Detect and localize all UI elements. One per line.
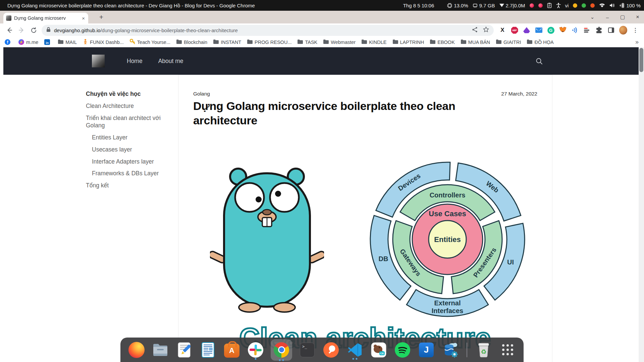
forward-button[interactable] — [16, 25, 26, 35]
bookmark-facebook[interactable]: f — [5, 39, 12, 45]
bookmark-folder[interactable]: Webmaster — [323, 40, 356, 45]
bookmark-folder[interactable]: KINDLE — [362, 40, 386, 45]
site-logo[interactable] — [92, 55, 105, 67]
bookmark-folder[interactable]: Blockchain — [176, 40, 207, 45]
trash-icon: ♻ — [477, 342, 491, 358]
url-domain: devgiangho.github.io — [54, 27, 100, 33]
dock-item-ubuntu-software[interactable]: A — [223, 341, 240, 359]
bookmark-funix[interactable]: FUNiX Dashb... — [83, 39, 124, 45]
nav-about-link[interactable]: About me — [158, 58, 183, 65]
purple-extension-icon[interactable] — [523, 26, 531, 34]
x-extension-icon[interactable]: X — [498, 26, 506, 34]
bookmark-folder[interactable]: MUA BÁN — [461, 40, 490, 45]
keyboard-layout[interactable]: vi — [565, 3, 569, 8]
bookmark-folder[interactable]: MAIL — [58, 40, 77, 45]
scrollbar-thumb[interactable] — [639, 48, 643, 72]
toc-item[interactable]: Usecases layer — [86, 146, 170, 154]
dock-item-terminal[interactable]: >_ — [299, 341, 316, 359]
article-date: 27 March, 2022 — [501, 91, 537, 97]
tab-close-icon[interactable]: × — [81, 15, 86, 21]
toc-item[interactable]: Frameworks & DBs Layer — [86, 170, 170, 177]
bookmark-folder[interactable]: TASK — [298, 40, 317, 45]
bookmark-folder[interactable]: GIAITRI — [496, 40, 521, 45]
network-indicator[interactable]: 2.7|0.0M — [499, 3, 525, 8]
toc-item[interactable]: Triển khai clean architect với Golang — [86, 114, 170, 130]
dock-item-app-grid[interactable] — [499, 341, 516, 359]
dock-item-libreoffice-writer[interactable] — [199, 341, 217, 359]
side-panel-icon[interactable] — [607, 26, 615, 34]
adblock-plus-icon[interactable]: ABP — [511, 26, 519, 34]
nav-home-link[interactable]: Home — [127, 58, 143, 65]
bookmark-folder[interactable]: EBOOK — [430, 40, 455, 45]
tray-indicator-icon[interactable] — [530, 3, 534, 8]
profile-avatar[interactable] — [619, 26, 627, 34]
mail-extension-icon[interactable] — [535, 26, 543, 34]
bookmarks-overflow-icon[interactable]: » — [635, 39, 639, 46]
reload-button[interactable] — [29, 25, 39, 35]
tab-search-icon[interactable]: ⌄ — [589, 14, 595, 20]
dock-item-chrome[interactable] — [271, 339, 292, 361]
chrome-menu-icon[interactable]: ⋮ — [631, 26, 639, 34]
dock-item-files[interactable] — [152, 341, 169, 359]
lock-icon[interactable] — [46, 27, 51, 34]
metamask-fox-icon[interactable] — [559, 26, 567, 34]
bookmark-folder[interactable]: ĐỒ HỌA — [527, 40, 553, 45]
grammarly-icon[interactable]: G — [547, 26, 555, 34]
dock-item-slack[interactable] — [247, 341, 264, 359]
dock-item-firefox[interactable] — [128, 341, 145, 359]
dock-item-azure-data-studio[interactable] — [441, 341, 459, 359]
dock-item-vscode[interactable] — [346, 341, 364, 359]
bookmark-folder[interactable]: PROG RESOU... — [247, 40, 291, 45]
dock-item-joplin[interactable]: J — [418, 341, 435, 359]
scrollbar[interactable] — [639, 47, 644, 362]
wifi-icon[interactable] — [599, 3, 605, 8]
folder-icon — [461, 40, 466, 45]
article-title: Dựng Golang microservice boilerplate the… — [193, 99, 498, 128]
clock[interactable]: Thg 8 5 10:06 — [403, 3, 434, 8]
toc-item[interactable]: Entities Layer — [86, 134, 170, 141]
url-text: devgiangho.github.io/dung-golang-microse… — [54, 27, 469, 33]
clipboard-icon[interactable] — [547, 3, 552, 8]
share-icon[interactable] — [472, 27, 478, 34]
accessibility-icon[interactable] — [556, 3, 561, 8]
bookmark-star-icon[interactable] — [483, 26, 489, 34]
dock-item-trash[interactable]: ♻ — [475, 341, 492, 359]
toc-item[interactable]: Tổng kết — [86, 182, 170, 189]
new-tab-button[interactable]: + — [97, 12, 106, 22]
list-extension-icon[interactable] — [583, 26, 591, 34]
files-icon — [152, 343, 168, 357]
toc-item[interactable]: Clean Architecture — [86, 102, 170, 110]
tray-indicator-icon[interactable] — [538, 3, 543, 8]
extensions-puzzle-icon[interactable] — [595, 26, 603, 34]
tray-app-yellow-icon[interactable] — [573, 3, 577, 8]
tray-app-green-icon[interactable] — [582, 3, 586, 8]
search-icon[interactable] — [536, 58, 543, 65]
app-grid-icon — [502, 344, 513, 355]
dock-item-spotify[interactable] — [394, 341, 411, 359]
window-close-button[interactable]: × — [635, 14, 641, 20]
toc-item[interactable]: Chuyện về việc học — [86, 90, 170, 98]
bookmark-folder[interactable]: LAPTRINH — [393, 40, 424, 45]
active-tab[interactable]: Dựng Golang microserv × — [3, 13, 88, 23]
back-button[interactable] — [4, 25, 14, 35]
bookmark-messenger[interactable]: ⚡m.me — [18, 39, 38, 45]
cpu-indicator[interactable]: 13.0% — [447, 3, 468, 8]
bookmark-key[interactable]: Teach Yourse... — [130, 39, 170, 45]
dock-item-dbeaver[interactable]: CE — [370, 341, 387, 359]
bookmark-linkedin[interactable]: in — [44, 39, 52, 45]
tray-app-orange-icon[interactable] — [590, 3, 595, 8]
memory-indicator[interactable]: 9.7 GB — [473, 3, 495, 8]
bookmark-folder[interactable]: INSTANT — [213, 40, 241, 45]
volume-icon[interactable] — [609, 3, 615, 8]
dock-item-postman[interactable] — [322, 341, 340, 359]
sound-extension-icon[interactable] — [571, 26, 579, 34]
dock-item-text-editor[interactable] — [175, 341, 193, 359]
minimize-button[interactable]: – — [604, 14, 610, 20]
address-bar[interactable]: devgiangho.github.io/dung-golang-microse… — [42, 25, 494, 36]
article-category[interactable]: Golang — [193, 91, 210, 97]
battery-indicator[interactable]: 100 % — [619, 3, 641, 8]
maximize-button[interactable]: ▢ — [620, 14, 626, 20]
funix-icon — [83, 39, 88, 45]
running-indicator — [353, 358, 358, 360]
toc-item[interactable]: Interface Adapters layer — [86, 158, 170, 166]
